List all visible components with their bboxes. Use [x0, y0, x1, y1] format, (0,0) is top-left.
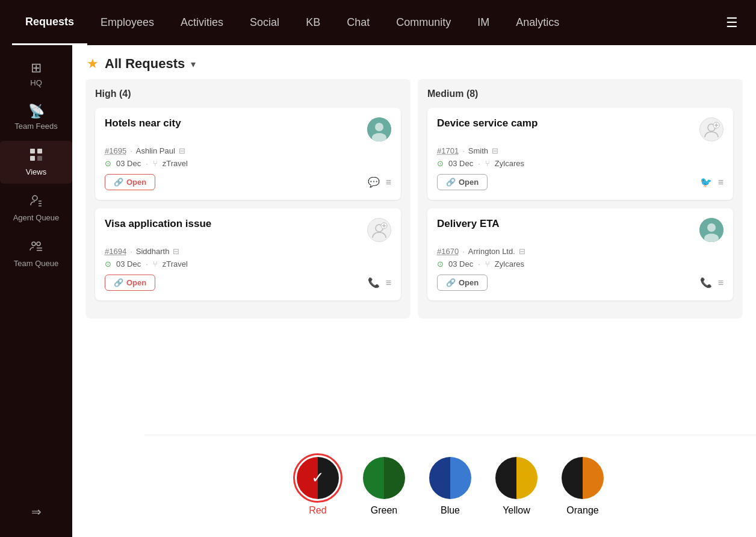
link-icon: 🔗: [114, 178, 123, 187]
theme-label-yellow: Yellow: [503, 505, 530, 516]
hamburger-menu[interactable]: ☰: [720, 15, 744, 31]
branch-icon-device: ⑂: [485, 159, 490, 168]
sidebar-item-team-feeds[interactable]: 📡 Team Feeds: [0, 98, 72, 138]
card-delivery-title: Delivery ETA: [437, 218, 699, 230]
theme-label-orange: Orange: [566, 505, 598, 516]
date-device: 03 Dec: [448, 159, 473, 168]
branch-icon-visa: ⑂: [153, 259, 158, 268]
agent-name-delivery: Arrington Ltd.: [468, 247, 515, 256]
nav-item-analytics[interactable]: Analytics: [503, 0, 572, 45]
card-actions-delivery: 📞 ≡: [700, 277, 723, 288]
theme-circle-yellow[interactable]: [495, 457, 538, 499]
nav-item-community[interactable]: Community: [383, 0, 464, 45]
list-icon-visa[interactable]: ≡: [386, 278, 391, 288]
sidebar-expand-button[interactable]: ⇒: [22, 495, 51, 528]
card-hotels-title: Hotels near city: [105, 117, 367, 129]
column-medium: Medium (8) Device service camp #1701 · S…: [418, 79, 743, 318]
sidebar-item-views[interactable]: Views: [0, 141, 72, 184]
theme-circle-orange[interactable]: [562, 457, 604, 499]
status-btn-visa[interactable]: 🔗 Open: [105, 275, 155, 291]
sidebar-label-team-feeds: Team Feeds: [14, 122, 58, 131]
phone-icon-delivery[interactable]: 📞: [700, 277, 712, 288]
list-icon-delivery[interactable]: ≡: [718, 278, 723, 288]
sidebar-label-agent-queue: Agent Queue: [13, 213, 60, 222]
phone-icon-visa[interactable]: 📞: [368, 277, 380, 288]
nav-item-requests[interactable]: Requests: [12, 0, 87, 45]
company-delivery: Zylcares: [495, 259, 524, 268]
nav-item-im[interactable]: IM: [464, 0, 503, 45]
nav-item-social[interactable]: Social: [237, 0, 293, 45]
nav-item-activities[interactable]: Activities: [167, 0, 237, 45]
sidebar-item-team-queue[interactable]: Team Queue: [0, 232, 72, 275]
team-queue-icon: [29, 240, 43, 255]
avatar-placeholder-visa: [367, 218, 391, 242]
status-btn-device[interactable]: 🔗 Open: [437, 174, 488, 190]
date-visa: 03 Dec: [116, 259, 141, 268]
card-actions-device: 🐦 ≡: [700, 176, 723, 188]
card-device-title: Device service camp: [437, 117, 699, 129]
theme-option-yellow[interactable]: Yellow: [495, 457, 538, 516]
agent-name-device: Smith: [468, 146, 488, 155]
theme-option-green[interactable]: Green: [363, 457, 405, 516]
clock-icon-hotels: ⊙: [105, 159, 111, 168]
agent-name-visa: Siddharth: [136, 247, 170, 256]
card-visa-title: Visa application issue: [105, 218, 367, 230]
info-icon-device[interactable]: ⊟: [492, 146, 498, 155]
status-btn-delivery[interactable]: 🔗 Open: [437, 275, 488, 291]
svg-point-4: [33, 196, 37, 200]
info-icon-hotels[interactable]: ⊟: [179, 146, 185, 155]
svg-rect-3: [37, 156, 42, 161]
theme-option-red[interactable]: ✓ Red: [297, 457, 339, 516]
main-content: ★ All Requests ▾ High (4) Hotels near ci…: [72, 45, 756, 537]
agent-name-hotels: Ashlin Paul: [136, 146, 175, 155]
svg-point-13: [375, 123, 383, 131]
clock-icon-visa: ⊙: [105, 259, 111, 268]
list-icon-hotels[interactable]: ≡: [386, 177, 391, 188]
column-high-title: High (4): [95, 88, 401, 99]
theme-picker: ✓ Red Green Blue Yellow Orange: [144, 435, 756, 537]
company-visa: zTravel: [163, 259, 188, 268]
info-icon-delivery[interactable]: ⊟: [519, 247, 525, 256]
link-icon-delivery: 🔗: [446, 278, 456, 287]
card-actions-hotels: 💬 ≡: [368, 176, 391, 188]
nav-item-chat[interactable]: Chat: [333, 0, 383, 45]
kanban-board: High (4) Hotels near city #1695 · Ashlin…: [72, 79, 756, 328]
avatar-ashlin: [367, 117, 391, 141]
status-btn-hotels[interactable]: 🔗 Open: [105, 174, 155, 190]
team-feeds-icon: 📡: [28, 105, 45, 118]
card-delivery-eta: Delivery ETA #1670 · Arrington Ltd. ⊟ ⊙ …: [427, 208, 733, 300]
sidebar-item-hq[interactable]: ⊞ HQ: [0, 54, 72, 95]
card-visa-issue: Visa application issue #1694 · Siddharth…: [95, 208, 401, 300]
company-hotels: zTravel: [163, 159, 188, 168]
card-actions-visa: 📞 ≡: [368, 277, 391, 288]
branch-icon-hotels: ⑂: [153, 159, 158, 168]
ticket-id-hotels: #1695: [105, 146, 126, 155]
svg-point-24: [707, 223, 716, 232]
card-device-service: Device service camp #1701 · Smith ⊟ ⊙ 03…: [427, 108, 733, 200]
theme-option-orange[interactable]: Orange: [562, 457, 604, 516]
column-medium-title: Medium (8): [427, 88, 733, 99]
theme-circle-green[interactable]: [363, 457, 405, 499]
chat-icon-hotels[interactable]: 💬: [368, 176, 380, 188]
dropdown-arrow-icon[interactable]: ▾: [191, 58, 196, 70]
svg-point-8: [32, 242, 36, 246]
theme-circle-red[interactable]: ✓: [297, 457, 339, 499]
ticket-id-delivery: #1670: [437, 247, 459, 256]
app-body: ⊞ HQ 📡 Team Feeds Views: [0, 45, 756, 537]
column-high: High (4) Hotels near city #1695 · Ashlin…: [85, 79, 411, 318]
svg-point-9: [37, 242, 40, 246]
sidebar-item-agent-queue[interactable]: Agent Queue: [0, 187, 72, 229]
twitter-icon-device[interactable]: 🐦: [700, 176, 712, 188]
list-icon-device[interactable]: ≡: [718, 177, 723, 188]
info-icon-visa[interactable]: ⊟: [173, 247, 179, 256]
avatar-arrington: [699, 218, 723, 242]
theme-option-blue[interactable]: Blue: [429, 457, 471, 516]
branch-icon-delivery: ⑂: [485, 259, 490, 268]
theme-circle-blue[interactable]: [429, 457, 471, 499]
nav-item-kb[interactable]: KB: [293, 0, 333, 45]
svg-rect-1: [37, 149, 42, 154]
star-icon[interactable]: ★: [87, 56, 99, 72]
nav-item-employees[interactable]: Employees: [87, 0, 167, 45]
agent-queue-icon: [29, 194, 43, 210]
ticket-id-device: #1701: [437, 146, 459, 155]
